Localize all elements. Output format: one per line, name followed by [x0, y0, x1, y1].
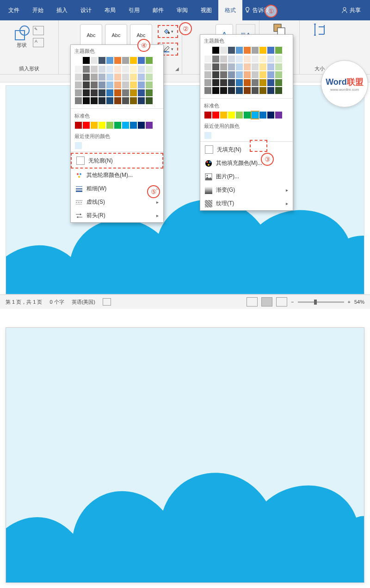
color-swatch[interactable] — [106, 97, 114, 105]
color-swatch[interactable] — [98, 121, 106, 129]
color-swatch[interactable] — [137, 89, 145, 97]
shape-fill-button[interactable]: ▾ — [158, 25, 178, 38]
color-swatch[interactable] — [204, 131, 212, 139]
color-swatch[interactable] — [212, 87, 220, 94]
color-swatch[interactable] — [220, 71, 228, 79]
color-swatch[interactable] — [267, 71, 275, 79]
macro-icon[interactable] — [103, 298, 111, 306]
color-swatch[interactable] — [235, 79, 243, 87]
color-swatch[interactable] — [259, 71, 267, 79]
color-swatch[interactable] — [106, 73, 114, 81]
color-swatch[interactable] — [74, 56, 82, 64]
color-swatch[interactable] — [106, 89, 114, 97]
color-swatch[interactable] — [212, 71, 220, 79]
color-swatch[interactable] — [98, 97, 106, 105]
color-swatch[interactable] — [251, 71, 259, 79]
document-canvas[interactable] — [6, 85, 364, 294]
color-swatch[interactable] — [212, 111, 220, 119]
color-swatch[interactable] — [212, 46, 220, 54]
print-layout-icon[interactable] — [261, 297, 272, 307]
color-swatch[interactable] — [90, 97, 98, 105]
color-swatch[interactable] — [204, 63, 212, 71]
color-swatch[interactable] — [251, 63, 259, 71]
color-swatch[interactable] — [275, 87, 283, 94]
tab-layout[interactable]: 布局 — [98, 0, 122, 20]
color-swatch[interactable] — [235, 87, 243, 94]
color-swatch[interactable] — [243, 63, 251, 71]
tab-file[interactable]: 文件 — [2, 0, 26, 20]
color-swatch[interactable] — [228, 55, 235, 63]
color-swatch[interactable] — [145, 73, 153, 81]
color-swatch[interactable] — [106, 65, 114, 73]
zoom-out[interactable]: − — [291, 299, 294, 305]
no-fill-item[interactable]: 无填充(N) — [200, 143, 293, 156]
language-status[interactable]: 英语(美国) — [72, 299, 95, 306]
color-swatch[interactable] — [220, 79, 228, 87]
color-swatch[interactable] — [130, 56, 137, 64]
tab-view[interactable]: 视图 — [194, 0, 218, 20]
color-swatch[interactable] — [106, 56, 114, 64]
color-swatch[interactable] — [259, 55, 267, 63]
color-swatch[interactable] — [137, 73, 145, 81]
color-swatch[interactable] — [114, 89, 122, 97]
color-swatch[interactable] — [228, 63, 235, 71]
color-swatch[interactable] — [98, 89, 106, 97]
color-swatch[interactable] — [106, 81, 114, 89]
color-swatch[interactable] — [251, 111, 259, 119]
zoom-slider[interactable] — [298, 301, 344, 303]
dash-item[interactable]: 虚线(S)▸ — [71, 195, 163, 209]
color-swatch[interactable] — [275, 111, 283, 119]
color-swatch[interactable] — [74, 97, 82, 105]
color-swatch[interactable] — [122, 73, 130, 81]
web-layout-icon[interactable] — [276, 297, 287, 307]
color-swatch[interactable] — [82, 56, 90, 64]
tab-references[interactable]: 引用 — [122, 0, 146, 20]
color-swatch[interactable] — [90, 89, 98, 97]
color-swatch[interactable] — [212, 79, 220, 87]
color-swatch[interactable] — [82, 65, 90, 73]
color-swatch[interactable] — [204, 71, 212, 79]
color-swatch[interactable] — [130, 89, 137, 97]
more-outline-colors[interactable]: 其他轮廓颜色(M)... — [71, 169, 163, 182]
more-colors-item[interactable]: 其他填充颜色(M)... — [200, 156, 293, 170]
color-swatch[interactable] — [122, 89, 130, 97]
color-swatch[interactable] — [267, 63, 275, 71]
color-swatch[interactable] — [90, 81, 98, 89]
arrow-item[interactable]: 箭头(R)▸ — [71, 209, 163, 222]
color-swatch[interactable] — [98, 73, 106, 81]
color-swatch[interactable] — [90, 56, 98, 64]
color-swatch[interactable] — [275, 46, 283, 54]
zoom-in[interactable]: + — [348, 299, 351, 305]
color-swatch[interactable] — [90, 73, 98, 81]
dialog-launcher-icon[interactable]: ◢ — [175, 66, 179, 71]
color-swatch[interactable] — [145, 97, 153, 105]
shapes-icon[interactable] — [13, 25, 30, 42]
color-swatch[interactable] — [82, 121, 90, 129]
gradient-item[interactable]: 渐变(G)▸ — [200, 183, 293, 197]
color-swatch[interactable] — [106, 121, 114, 129]
color-swatch[interactable] — [228, 87, 235, 94]
textbox-icon[interactable]: A — [33, 38, 44, 47]
color-swatch[interactable] — [74, 65, 82, 73]
size-icon[interactable] — [312, 22, 327, 37]
color-swatch[interactable] — [90, 121, 98, 129]
color-swatch[interactable] — [90, 65, 98, 73]
color-swatch[interactable] — [122, 121, 130, 129]
color-swatch[interactable] — [114, 56, 122, 64]
color-swatch[interactable] — [204, 111, 212, 119]
color-swatch[interactable] — [243, 71, 251, 79]
share-button[interactable]: 共享 — [341, 6, 368, 14]
color-swatch[interactable] — [130, 121, 137, 129]
color-swatch[interactable] — [220, 55, 228, 63]
color-swatch[interactable] — [228, 111, 235, 119]
color-swatch[interactable] — [114, 121, 122, 129]
color-swatch[interactable] — [267, 111, 275, 119]
color-swatch[interactable] — [145, 89, 153, 97]
color-swatch[interactable] — [98, 56, 106, 64]
color-swatch[interactable] — [204, 79, 212, 87]
color-swatch[interactable] — [122, 56, 130, 64]
color-swatch[interactable] — [259, 111, 267, 119]
tab-insert[interactable]: 插入 — [50, 0, 74, 20]
color-swatch[interactable] — [74, 81, 82, 89]
color-swatch[interactable] — [204, 87, 212, 94]
